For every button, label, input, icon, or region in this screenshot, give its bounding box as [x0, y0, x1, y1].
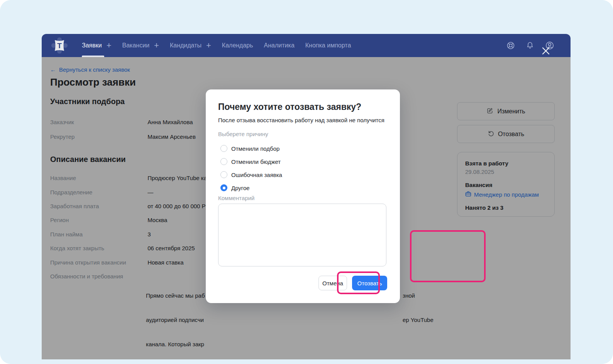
modal-title: Почему хотите отозвать заявку? [218, 102, 361, 112]
tab-kalendar[interactable]: Календарь [222, 42, 253, 49]
add-zayavka-plus-icon[interactable]: + [107, 42, 112, 49]
reason-radio-group: Отменили подбор Отменили бюджет Ошибочна… [220, 142, 282, 194]
screen: T Заявки + Вакансии + Кандидаты + Календ… [0, 0, 613, 364]
tab-zayavki[interactable]: Заявки [82, 42, 102, 49]
radio-icon[interactable] [220, 145, 227, 152]
add-vakansiya-plus-icon[interactable]: + [154, 42, 159, 49]
radio-label: Отменили подбор [231, 145, 279, 152]
radio-label: Другое [231, 185, 250, 191]
tab-analitika[interactable]: Аналитика [264, 42, 295, 49]
tab-import[interactable]: Кнопка импорта [305, 42, 351, 49]
radio-icon[interactable] [220, 171, 227, 178]
radio-option-cancelled-selection[interactable]: Отменили подбор [220, 142, 282, 155]
withdraw-reason-modal: Почему хотите отозвать заявку? После отз… [206, 89, 400, 303]
help-icon[interactable] [506, 41, 515, 50]
app-logo[interactable]: T [51, 37, 68, 54]
radio-option-cancelled-budget[interactable]: Отменили бюджет [220, 155, 282, 168]
top-navbar: T Заявки + Вакансии + Кандидаты + Календ… [42, 34, 571, 57]
close-icon[interactable] [540, 46, 551, 56]
comment-textarea[interactable] [218, 204, 386, 266]
bell-icon[interactable] [525, 41, 535, 50]
radio-icon-selected[interactable] [220, 184, 227, 191]
nav-tabs: Заявки + Вакансии + Кандидаты + Календар… [82, 42, 351, 49]
cancel-button[interactable]: Отмена [318, 276, 347, 290]
confirm-withdraw-button[interactable]: Отозвать [352, 276, 387, 290]
tab-kandidaty[interactable]: Кандидаты [170, 42, 202, 49]
radio-icon[interactable] [220, 158, 227, 165]
radio-option-erroneous-request[interactable]: Ошибочная заявка [220, 168, 282, 181]
tab-vakansii[interactable]: Вакансии [122, 42, 150, 49]
reason-select-label: Выберете причину [218, 131, 268, 137]
radio-option-other[interactable]: Другое [220, 181, 282, 194]
svg-text:T: T [57, 42, 62, 50]
radio-label: Отменили бюджет [231, 158, 281, 165]
radio-label: Ошибочная заявка [231, 172, 282, 178]
modal-subtitle: После отзыва восстановить работу над зая… [218, 117, 384, 123]
comment-label: Комментарий [218, 195, 254, 201]
add-kandidat-plus-icon[interactable]: + [206, 42, 211, 49]
